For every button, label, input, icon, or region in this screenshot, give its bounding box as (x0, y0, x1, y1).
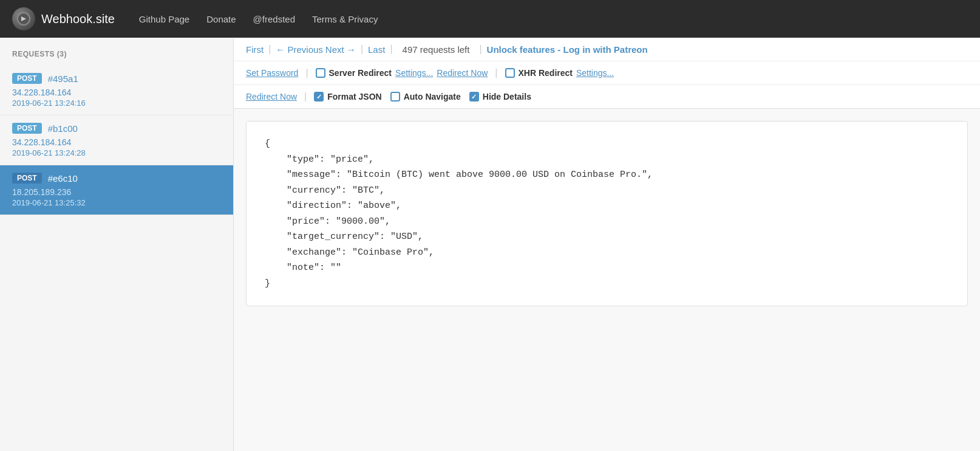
content-area: { "type": "price", "message": "Bitcoin (… (234, 109, 980, 451)
logo[interactable]: Webhook.site (12, 7, 115, 30)
format-json-checkbox-label[interactable]: Format JSON (314, 92, 381, 102)
auto-navigate-checkbox[interactable] (390, 92, 400, 102)
top-nav: Webhook.site Github Page Donate @fredste… (0, 0, 980, 38)
request-item-top: POST #b1c00 (12, 123, 221, 134)
method-badge: POST (12, 73, 42, 84)
sep1: | (268, 44, 271, 55)
sep3: | (390, 44, 392, 55)
nav-github[interactable]: Github Page (139, 14, 189, 24)
first-button[interactable]: First (246, 44, 264, 55)
method-badge: POST (12, 173, 42, 184)
logo-icon (12, 7, 35, 30)
xhr-redirect-checkbox-label[interactable]: XHR Redirect (505, 68, 573, 78)
format-json-label: Format JSON (327, 92, 381, 102)
request-ip: 34.228.184.164 (12, 88, 221, 97)
xhr-redirect-label: XHR Redirect (519, 68, 573, 78)
sep7: | (304, 91, 307, 102)
server-redirect-now-button[interactable]: Redirect Now (437, 68, 488, 78)
auto-navigate-checkbox-label[interactable]: Auto Navigate (390, 92, 461, 102)
method-badge: POST (12, 123, 42, 134)
unlock-button[interactable]: Unlock features - Log in with Patreon (487, 44, 648, 55)
toolbar-options-row: Redirect Now | Format JSON Auto Navigate… (234, 84, 980, 108)
next-button[interactable]: Next → (325, 44, 356, 55)
xhr-redirect-settings[interactable]: Settings... (576, 68, 614, 78)
nav-links: Github Page Donate @fredsted Terms & Pri… (139, 14, 378, 24)
hide-details-checkbox[interactable] (469, 92, 479, 102)
server-redirect-label: Server Redirect (329, 68, 392, 78)
request-id: #495a1 (48, 74, 78, 84)
requests-left: 497 requests left (403, 44, 470, 55)
format-json-checkbox[interactable] (314, 92, 324, 102)
request-id: #e6c10 (48, 173, 78, 184)
request-time: 2019-06-21 13:24:28 (12, 148, 221, 157)
server-redirect-checkbox[interactable] (316, 68, 325, 78)
set-password-button[interactable]: Set Password (246, 68, 298, 78)
sep4: | (479, 44, 481, 55)
hide-details-label: Hide Details (483, 92, 531, 102)
toolbar: First | ← Previous Next → | Last | 497 r… (234, 38, 980, 109)
right-panel: First | ← Previous Next → | Last | 497 r… (234, 38, 980, 451)
sep6: | (495, 67, 497, 78)
main-layout: REQUESTS (3) POST #495a1 34.228.184.164 … (0, 38, 980, 451)
previous-button[interactable]: ← Previous (276, 44, 323, 55)
xhr-redirect-checkbox[interactable] (505, 68, 515, 78)
request-item[interactable]: POST #495a1 34.228.184.164 2019-06-21 13… (0, 66, 233, 115)
request-ip: 34.228.184.164 (12, 137, 221, 147)
nav-twitter[interactable]: @fredsted (253, 14, 295, 24)
nav-donate[interactable]: Donate (206, 14, 236, 24)
server-redirect-checkbox-label[interactable]: Server Redirect (316, 68, 392, 78)
toolbar-nav-row: First | ← Previous Next → | Last | 497 r… (234, 38, 980, 61)
request-id: #b1c00 (48, 123, 78, 134)
request-item-top: POST #e6c10 (12, 173, 221, 184)
server-redirect-settings[interactable]: Settings... (395, 68, 433, 78)
request-item[interactable]: POST #b1c00 34.228.184.164 2019-06-21 13… (0, 115, 233, 165)
request-time: 2019-06-21 13:24:16 (12, 98, 221, 108)
sidebar-title: REQUESTS (3) (0, 50, 233, 66)
sidebar: REQUESTS (3) POST #495a1 34.228.184.164 … (0, 38, 234, 451)
auto-navigate-label: Auto Navigate (404, 92, 461, 102)
json-content: { "type": "price", "message": "Bitcoin (… (246, 121, 968, 306)
logo-text: Webhook.site (41, 12, 115, 26)
request-item-active[interactable]: POST #e6c10 18.205.189.236 2019-06-21 13… (0, 165, 233, 215)
nav-terms[interactable]: Terms & Privacy (312, 14, 378, 24)
request-time: 2019-06-21 13:25:32 (12, 198, 221, 207)
request-ip: 18.205.189.236 (12, 187, 221, 197)
redirect-now-button[interactable]: Redirect Now (246, 92, 297, 102)
toolbar-settings-row: Set Password | Server Redirect Settings.… (234, 61, 980, 84)
sep2: | (361, 44, 363, 55)
hide-details-checkbox-label[interactable]: Hide Details (469, 92, 531, 102)
last-button[interactable]: Last (368, 44, 385, 55)
sep5: | (305, 67, 308, 78)
request-item-top: POST #495a1 (12, 73, 221, 84)
